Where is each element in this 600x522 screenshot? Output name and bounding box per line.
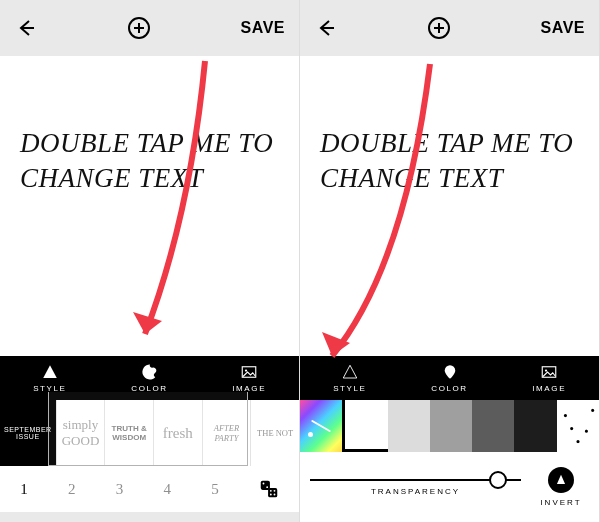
svg-point-2 bbox=[245, 369, 247, 371]
slider-row: TRANSPARENCY INVERT bbox=[300, 452, 599, 522]
color-swatches bbox=[300, 400, 599, 452]
style-preset-3[interactable]: TRUTH & WISDOM bbox=[105, 400, 153, 466]
invert-icon bbox=[554, 473, 568, 487]
swatch-black[interactable] bbox=[514, 400, 556, 452]
style-icon bbox=[341, 363, 359, 381]
invert-button[interactable]: INVERT bbox=[533, 467, 589, 507]
tab-label: IMAGE bbox=[232, 384, 266, 393]
back-arrow-icon bbox=[14, 16, 38, 40]
color-icon bbox=[441, 363, 459, 381]
color-icon bbox=[141, 363, 159, 381]
style-presets: SEPTEMBER ISSUE simply GOOD TRUTH & WISD… bbox=[0, 400, 299, 466]
slider-label: TRANSPARENCY bbox=[371, 487, 460, 496]
tab-label: STYLE bbox=[333, 384, 366, 393]
svg-point-7 bbox=[270, 490, 272, 492]
svg-point-10 bbox=[270, 494, 272, 496]
back-arrow-icon bbox=[314, 16, 338, 40]
save-button[interactable]: SAVE bbox=[541, 19, 585, 37]
swatch-gray-3[interactable] bbox=[472, 400, 514, 452]
tab-image[interactable]: IMAGE bbox=[199, 356, 299, 400]
svg-point-13 bbox=[545, 369, 547, 371]
page-4[interactable]: 4 bbox=[143, 481, 191, 498]
swatch-picker[interactable] bbox=[300, 400, 342, 452]
style-preset-label: TRUTH & WISDOM bbox=[109, 424, 149, 442]
invert-circle bbox=[548, 467, 574, 493]
tab-label: IMAGE bbox=[532, 384, 566, 393]
style-preset-label: AFTER PARTY bbox=[207, 423, 247, 443]
canvas[interactable]: DOUBLE TAP ME TO CHANGE TEXT bbox=[0, 56, 299, 356]
slider-handle[interactable] bbox=[489, 471, 507, 489]
svg-rect-4 bbox=[268, 488, 277, 497]
swatch-gray-2[interactable] bbox=[430, 400, 472, 452]
style-preset-label: simply GOOD bbox=[61, 417, 101, 449]
editor-tabs: STYLE COLOR IMAGE bbox=[300, 356, 599, 400]
tab-style[interactable]: STYLE bbox=[300, 356, 400, 400]
add-button[interactable] bbox=[127, 16, 151, 40]
canvas[interactable]: DOUBLE TAP ME TO CHANGE TEXT bbox=[300, 56, 599, 356]
style-preset-label: SEPTEMBER ISSUE bbox=[4, 426, 52, 440]
transparency-slider[interactable]: TRANSPARENCY bbox=[310, 479, 521, 496]
tab-image[interactable]: IMAGE bbox=[499, 356, 599, 400]
editor-tabs: STYLE COLOR IMAGE bbox=[0, 356, 299, 400]
tab-color[interactable]: COLOR bbox=[100, 356, 200, 400]
tab-color[interactable]: COLOR bbox=[400, 356, 500, 400]
dice-icon bbox=[258, 478, 280, 500]
phone-left: SAVE DOUBLE TAP ME TO CHANGE TEXT STYLE … bbox=[0, 0, 300, 522]
style-preset-6[interactable]: THE NOT bbox=[251, 400, 299, 466]
style-preset-label: fresh bbox=[163, 425, 193, 442]
page-3[interactable]: 3 bbox=[96, 481, 144, 498]
style-preset-4[interactable]: fresh bbox=[154, 400, 202, 466]
invert-label: INVERT bbox=[540, 498, 581, 507]
save-button[interactable]: SAVE bbox=[241, 19, 285, 37]
shuffle-button[interactable] bbox=[239, 478, 299, 500]
image-icon bbox=[540, 363, 558, 381]
swatch-white[interactable] bbox=[342, 400, 387, 452]
style-preset-1[interactable]: SEPTEMBER ISSUE bbox=[0, 400, 56, 466]
style-preset-2[interactable]: simply GOOD bbox=[57, 400, 105, 466]
svg-point-6 bbox=[266, 486, 268, 488]
slider-track[interactable] bbox=[310, 479, 521, 481]
page-5[interactable]: 5 bbox=[191, 481, 239, 498]
page-2[interactable]: 2 bbox=[48, 481, 96, 498]
topbar: SAVE bbox=[0, 0, 299, 56]
page-1[interactable]: 1 bbox=[0, 481, 48, 498]
swatch-texture[interactable] bbox=[557, 400, 599, 452]
tab-label: COLOR bbox=[431, 384, 467, 393]
phone-right: SAVE DOUBLE TAP ME TO CHANGE TEXT STYLE … bbox=[300, 0, 600, 522]
swatch-gray-1[interactable] bbox=[388, 400, 430, 452]
svg-point-9 bbox=[274, 490, 276, 492]
svg-point-8 bbox=[274, 494, 276, 496]
back-button[interactable] bbox=[314, 16, 338, 40]
editable-text[interactable]: DOUBLE TAP ME TO CHANGE TEXT bbox=[20, 80, 279, 196]
style-preset-label: THE NOT bbox=[257, 428, 293, 438]
tab-style[interactable]: STYLE bbox=[0, 356, 100, 400]
add-button[interactable] bbox=[427, 16, 451, 40]
svg-rect-3 bbox=[261, 481, 270, 490]
pagination: 1 2 3 4 5 bbox=[0, 466, 299, 512]
svg-point-5 bbox=[263, 483, 265, 485]
plus-circle-icon bbox=[127, 16, 151, 40]
editable-text[interactable]: DOUBLE TAP ME TO CHANGE TEXT bbox=[320, 80, 579, 196]
back-button[interactable] bbox=[14, 16, 38, 40]
tab-label: STYLE bbox=[33, 384, 66, 393]
plus-circle-icon bbox=[427, 16, 451, 40]
image-icon bbox=[240, 363, 258, 381]
style-icon bbox=[41, 363, 59, 381]
topbar: SAVE bbox=[300, 0, 599, 56]
style-preset-5[interactable]: AFTER PARTY bbox=[203, 400, 251, 466]
tab-label: COLOR bbox=[131, 384, 167, 393]
